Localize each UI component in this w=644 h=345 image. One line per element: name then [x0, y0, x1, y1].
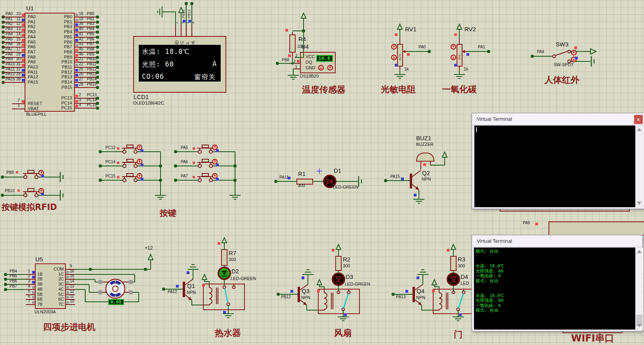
ground-icon	[454, 74, 465, 78]
pin-marker	[32, 296, 35, 299]
pin-marker	[22, 23, 25, 26]
ground-icon	[394, 74, 405, 78]
key-buttons[interactable]	[99, 145, 241, 199]
resistor-r7	[222, 250, 227, 265]
u1-ref: U1	[26, 5, 34, 11]
pin-number: 33	[13, 72, 21, 76]
switch-up-button[interactable]	[571, 50, 576, 55]
pin-name: PA6	[28, 45, 36, 50]
temp-up-button[interactable]	[328, 65, 333, 70]
net-label: PB4	[10, 269, 17, 274]
pin-number: 3	[23, 279, 30, 284]
u5-ref: U5	[35, 256, 43, 263]
pin-marker	[22, 44, 25, 46]
push-button-icon	[23, 170, 39, 179]
close-button[interactable]: x	[634, 115, 643, 124]
caption-stepper: 四项步进电机	[43, 322, 96, 332]
button-press-icon[interactable]	[212, 145, 217, 150]
pin-number: 7	[12, 99, 20, 103]
terminal-titlebar[interactable]: Virtual Terminal	[472, 235, 642, 247]
q3-ref: Q3	[302, 288, 310, 294]
terminal-line	[476, 288, 634, 293]
button-press-icon[interactable]	[212, 159, 217, 164]
lcd-line3-right: 窗帘关	[194, 72, 216, 82]
ground-terminal-icon	[591, 56, 594, 67]
pin-number: 12	[70, 290, 76, 294]
pin-name: VBAT	[28, 107, 39, 111]
pin-number: 9	[70, 264, 76, 269]
pin-name: 6B	[37, 297, 42, 302]
sw3-ref: SW3	[556, 41, 569, 48]
pin-marker	[75, 39, 78, 42]
junction-dot	[96, 21, 99, 24]
pin-marker	[22, 79, 25, 82]
pin-marker	[75, 19, 78, 21]
pin-number: 43	[79, 42, 85, 46]
pin-number: 13	[13, 27, 21, 31]
button-press-icon[interactable]	[137, 145, 142, 150]
scroll-down-arrow[interactable]	[637, 324, 642, 327]
pot-up-button[interactable]	[451, 44, 456, 49]
pin-name: PB7	[47, 45, 72, 50]
pot-up-button[interactable]	[392, 44, 396, 49]
ground-icon	[158, 6, 162, 17]
sw3-value: SW-SPDT	[554, 63, 574, 67]
scroll-up-arrow[interactable]	[637, 128, 642, 131]
net-label: PA5	[6, 37, 13, 42]
pin-name: PC14	[47, 101, 72, 106]
temp-down-button[interactable]	[319, 65, 323, 70]
terminal-line	[476, 253, 634, 258]
pin-number: 26	[79, 72, 85, 76]
terminal-screen[interactable]: 模式: 自动水温: 18.0℃光照强度: 60一氧化碳: 6模式: 自动水温: …	[474, 248, 635, 330]
terminal-screen[interactable]	[474, 126, 635, 207]
pot-down-button[interactable]	[392, 55, 396, 60]
terminal-scrollbar[interactable]	[635, 248, 643, 330]
pin-number: 27	[79, 77, 85, 82]
pin-name: PC13	[47, 96, 72, 101]
terminal-line: 光照强度: 60	[476, 297, 634, 302]
ground-terminal-icon	[60, 172, 63, 182]
button-press-icon[interactable]	[39, 189, 44, 193]
pin-name: PB4	[47, 30, 72, 34]
schematic-canvas[interactable]: GND VCC SCL SDA 1 2 3 4 PB15 PB14 61% 6%	[0, 0, 644, 345]
power-icon	[301, 13, 306, 18]
pin-number: 10	[70, 299, 76, 304]
motor-display: 0.00	[108, 299, 124, 305]
pin-name: PC15	[47, 106, 72, 111]
pin-name: PB9	[47, 55, 72, 60]
pin-number: 38	[13, 77, 21, 82]
buzzer-icon	[417, 153, 434, 161]
pin-marker	[22, 54, 25, 57]
scroll-up-arrow[interactable]	[637, 250, 642, 253]
net-label-pb15: PB15	[182, 10, 185, 18]
pin-marker	[22, 39, 25, 42]
button-press-icon[interactable]	[137, 173, 142, 178]
pin-number: 2	[23, 274, 30, 278]
net-label-pb9: PB9	[6, 171, 14, 175]
resistor-r4	[290, 35, 295, 52]
net-label: PB12	[87, 67, 96, 72]
button-press-icon[interactable]	[137, 159, 142, 164]
scroll-down-arrow[interactable]	[637, 202, 642, 205]
pin-number: 41	[79, 32, 85, 36]
pot-down-button[interactable]	[451, 55, 456, 60]
virtual-terminal-window-top[interactable]: Virtual Terminal x	[472, 113, 644, 209]
pin-marker	[22, 59, 25, 61]
net-label: PB15	[87, 82, 96, 87]
button-press-icon[interactable]	[39, 170, 44, 175]
power-icon	[442, 152, 447, 157]
terminal-titlebar[interactable]: Virtual Terminal x	[472, 113, 644, 125]
virtual-terminal-window-bottom[interactable]: Virtual Terminal 模式: 自动水温: 18.0℃光照强度: 60…	[472, 235, 643, 332]
pin-marker	[22, 29, 25, 31]
pin-wire	[75, 87, 97, 88]
pin-number: 11	[13, 17, 21, 21]
junction-dot	[96, 15, 99, 19]
pin-name: PA5	[28, 40, 36, 45]
pin-marker	[66, 296, 69, 299]
button-press-icon[interactable]	[212, 173, 217, 178]
pin-marker	[32, 291, 35, 294]
net-label-pb14: PB14	[187, 10, 191, 18]
rv1-percent: 61%	[398, 54, 402, 60]
terminal-scrollbar[interactable]	[635, 126, 643, 207]
ground-icon	[229, 195, 241, 199]
